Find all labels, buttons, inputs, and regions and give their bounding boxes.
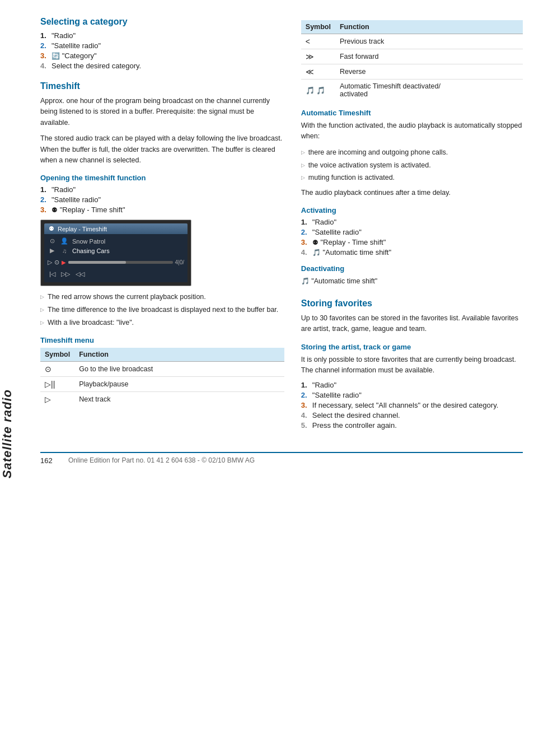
- timeshift-menu-tbody: ⊙ Go to the live broadcast ▷|| Playback/…: [40, 361, 284, 407]
- col-symbol: Symbol: [40, 348, 74, 362]
- activating-subheading: Activating: [301, 206, 523, 214]
- deactivating-subheading: Deactivating: [301, 264, 523, 273]
- top-col-symbol: Symbol: [301, 20, 335, 34]
- deactivate-icon: 🎵: [301, 277, 310, 285]
- table-header-row: Symbol Function: [40, 348, 284, 362]
- symbol-1: ⊙: [40, 361, 74, 376]
- table-row: ⊙ Go to the live broadcast: [40, 361, 284, 376]
- row1-track: Snow Patrol: [72, 238, 105, 245]
- left-column: Selecting a category 1. "Radio" 2. "Sate…: [40, 17, 284, 435]
- top-col-function: Function: [335, 20, 523, 34]
- ctrl-rewind: |◁: [48, 270, 57, 278]
- sa-step-5: 5. Press the controller again.: [301, 421, 523, 430]
- sa-num-2: 2.: [301, 391, 309, 399]
- ctrl-live: ⊙: [54, 259, 59, 266]
- act-text-4: 🎵 "Automatic time shift": [312, 248, 391, 256]
- step-num-2: 2.: [40, 41, 48, 50]
- step-num-1: 1.: [40, 31, 48, 40]
- ts-bullet-text-2: The time difference to the live broadcas…: [48, 305, 278, 315]
- top-function-2: Fast forward: [335, 49, 523, 64]
- act-num-3: 3.: [301, 238, 309, 246]
- row2-track: Chasing Cars: [72, 248, 110, 254]
- auto-ts-icon: 🎵: [312, 249, 321, 256]
- timeshift-section: Timeshift Approx. one hour of the progra…: [40, 81, 284, 407]
- ts-bullet-3: ▷ With a live broadcast: "live".: [40, 318, 284, 328]
- at-bullet-2: ▷ the voice activation system is activat…: [301, 160, 523, 171]
- sa-num-1: 1.: [301, 381, 309, 389]
- storing-artist-subheading: Storing the artist, track or game: [301, 343, 523, 351]
- table-row: ▷|| Playback/pause: [40, 376, 284, 391]
- step-1: 1. "Radio": [40, 31, 284, 40]
- symbol-3: ▷: [40, 391, 74, 407]
- step-num-4: 4.: [40, 62, 48, 70]
- progress-arrow: ▶: [62, 259, 66, 265]
- top-function-3: Reverse: [335, 64, 523, 80]
- step-3: 3. 🔄 "Category": [40, 52, 284, 60]
- step-text-3: 🔄 "Category": [51, 52, 97, 60]
- timeshift-heading: Timeshift: [40, 81, 284, 91]
- function-2: Playback/pause: [74, 376, 284, 391]
- selecting-category-heading: Selecting a category: [40, 17, 284, 27]
- auto-timeshift-bullets: ▷ there are incoming and outgoing phone …: [301, 147, 523, 183]
- open-step-text-1: "Radio": [51, 185, 76, 194]
- playback-controls: |◁ ▷▷ ◁◁: [48, 268, 184, 280]
- opening-timeshift-steps: 1. "Radio" 2. "Satellite radio" 3. ⚉ "Re…: [40, 185, 284, 214]
- sa-text-5: Press the controller again.: [312, 421, 397, 430]
- at-tri-2: ▷: [301, 162, 305, 171]
- function-3: Next track: [74, 391, 284, 407]
- opening-timeshift-subheading: Opening the timeshift function: [40, 174, 284, 182]
- timeshift-menu-subheading: Timeshift menu: [40, 336, 284, 344]
- row2-icon1: ▶: [48, 247, 57, 254]
- top-symbol-2: ≫: [301, 49, 335, 64]
- row2-icon2: ♫: [60, 248, 69, 254]
- auto-timeshift-subheading: Automatic Timeshift: [301, 109, 523, 117]
- ctrl-ff: ▷▷: [59, 270, 72, 278]
- deactivating-text: 🎵 "Automatic time shift": [301, 276, 523, 287]
- timeshift-menu-table: Symbol Function ⊙ Go to the live broadca…: [40, 348, 284, 407]
- category-icon: 🔄: [51, 52, 60, 60]
- sa-num-4: 4.: [301, 411, 309, 419]
- act-text-1: "Radio": [312, 218, 336, 226]
- sa-step-3: 3. If necessary, select "All channels" o…: [301, 401, 523, 409]
- two-col-layout: Selecting a category 1. "Radio" 2. "Sate…: [40, 17, 523, 435]
- act-step-3: 3. ⚉ "Replay - Time shift": [301, 238, 523, 246]
- selecting-category-section: Selecting a category 1. "Radio" 2. "Sate…: [40, 17, 284, 70]
- timeshift-para1: Approx. one hour of the program being br…: [40, 96, 284, 128]
- ts-bullet-1: ▷ The red arrow shows the current playba…: [40, 292, 284, 302]
- at-tri-1: ▷: [301, 149, 305, 158]
- sa-step-2: 2. "Satellite radio": [301, 391, 523, 399]
- top-table-tbody: < Previous track ≫ Fast forward ≪ Revers…: [301, 34, 523, 101]
- timeshift-bullets: ▷ The red arrow shows the current playba…: [40, 292, 284, 328]
- auto-timeshift-section: Automatic Timeshift With the function ac…: [301, 109, 523, 287]
- screenshot-row-1: ⊙ 👤 Snow Patrol: [48, 236, 184, 246]
- top-symbol-4: 🎵 🎵: [301, 80, 335, 101]
- at-bullet-text-1: there are incoming and outgoing phone ca…: [308, 147, 448, 158]
- open-step-num-1: 1.: [40, 185, 48, 194]
- page-number: 162: [40, 456, 63, 465]
- auto-timeshift-para: With the function activated, the audio p…: [301, 120, 523, 142]
- open-step-3: 3. ⚉ "Replay - Time shift": [40, 206, 284, 214]
- step-text-4: Select the desired category.: [51, 62, 141, 70]
- storing-artist-steps: 1. "Radio" 2. "Satellite radio" 3. If ne…: [301, 381, 523, 430]
- screenshot-title-icon: ⚉: [49, 225, 54, 232]
- act-step-1: 1. "Radio": [301, 218, 523, 226]
- replay-icon-1: ⚉: [51, 206, 58, 214]
- top-symbol-3: ≪: [301, 64, 335, 80]
- step-4: 4. Select the desired category.: [40, 62, 284, 70]
- footer-text: Online Edition for Part no. 01 41 2 604 …: [68, 456, 255, 464]
- tri-icon-1: ▷: [40, 293, 44, 302]
- step-text-2: "Satellite radio": [51, 41, 101, 50]
- symbol-2: ▷||: [40, 376, 74, 391]
- top-symbol-table: Symbol Function < Previous track ≫: [301, 20, 523, 101]
- main-content: Selecting a category 1. "Radio" 2. "Sate…: [35, 0, 534, 756]
- ctrl-rev: ◁◁: [74, 270, 86, 278]
- step-2: 2. "Satellite radio": [40, 41, 284, 50]
- screenshot-controls-row: ▷ ⊙ ▶ 4|0/: [48, 258, 184, 267]
- col-function: Function: [74, 348, 284, 362]
- sa-num-5: 5.: [301, 421, 309, 430]
- table-row: ≫ Fast forward: [301, 49, 523, 64]
- right-column: Symbol Function < Previous track ≫: [301, 17, 523, 435]
- top-table-container: Symbol Function < Previous track ≫: [301, 20, 523, 101]
- ts-bullet-2: ▷ The time difference to the live broadc…: [40, 305, 284, 315]
- time-display: 4|0/: [175, 259, 185, 265]
